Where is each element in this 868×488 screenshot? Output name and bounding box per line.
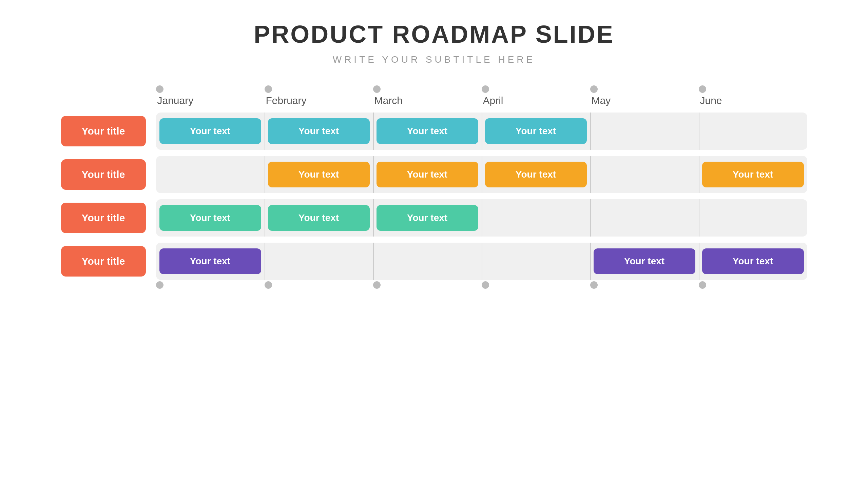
bottom-dot-col-april: [482, 281, 590, 289]
month-label-may: May: [590, 95, 611, 106]
vline-2-3: [482, 199, 482, 237]
text-cell-0-3: Your text: [485, 118, 587, 144]
text-cell-0-0: Your text: [159, 118, 261, 144]
main-title: PRODUCT ROADMAP SLIDE: [254, 20, 614, 48]
band-cell-0-2: Your text: [373, 113, 482, 150]
month-dot-may: [590, 85, 598, 93]
band-cell-2-1: Your text: [265, 199, 373, 237]
subtitle: WRITE YOUR SUBTITLE HERE: [254, 54, 614, 65]
text-cell-1-5: Your text: [702, 162, 804, 187]
band-cell-0-4: [590, 113, 699, 150]
month-label-april: April: [482, 95, 503, 106]
month-dot-january: [156, 85, 163, 93]
month-dot-june: [699, 85, 706, 93]
month-label-january: January: [156, 95, 194, 106]
bottom-dot-col-february: [265, 281, 373, 289]
band-cell-3-5: Your text: [699, 243, 807, 280]
band-cell-3-4: Your text: [590, 243, 699, 280]
band-cell-2-3: [482, 199, 590, 237]
bottom-dot-col-january: [156, 281, 265, 289]
bottom-dot-col-june: [699, 281, 807, 289]
row-band-0: Your textYour textYour textYour text: [156, 113, 807, 150]
band-cell-0-0: Your text: [156, 113, 265, 150]
vline-0-4: [590, 113, 591, 150]
text-cell-1-1: Your text: [268, 162, 370, 187]
row-label-1: Your title: [61, 159, 146, 190]
vline-1-2: [373, 156, 374, 193]
bottom-dot-may: [590, 281, 598, 289]
bottom-dot-col-may: [590, 281, 699, 289]
text-cell-0-1: Your text: [268, 118, 370, 144]
bottom-dot-june: [699, 281, 706, 289]
bottom-dots-row: [156, 281, 807, 289]
month-label-march: March: [373, 95, 403, 106]
band-cell-3-1: [265, 243, 373, 280]
vline-2-4: [590, 199, 591, 237]
vline-2-2: [373, 199, 374, 237]
month-col-april: April: [482, 85, 590, 106]
vline-3-2: [373, 243, 374, 280]
vline-2-5: [699, 199, 699, 237]
timeline-row-1: Your titleYour textYour textYour textYou…: [61, 156, 807, 193]
band-cell-1-3: Your text: [482, 156, 590, 193]
text-cell-1-2: Your text: [377, 162, 478, 187]
vline-3-5: [699, 243, 699, 280]
vline-3-3: [482, 243, 482, 280]
bottom-dot-february: [265, 281, 272, 289]
month-col-march: March: [373, 85, 482, 106]
band-cell-1-5: Your text: [699, 156, 807, 193]
vline-3-4: [590, 243, 591, 280]
vline-1-4: [590, 156, 591, 193]
vline-2-1: [265, 199, 265, 237]
month-label-february: February: [265, 95, 307, 106]
month-col-february: February: [265, 85, 373, 106]
bottom-dot-march: [373, 281, 381, 289]
text-cell-3-4: Your text: [594, 248, 695, 274]
band-cell-2-4: [590, 199, 699, 237]
band-cell-0-1: Your text: [265, 113, 373, 150]
month-dot-april: [482, 85, 489, 93]
month-label-june: June: [699, 95, 722, 106]
text-cell-2-2: Your text: [377, 205, 478, 231]
vline-1-5: [699, 156, 699, 193]
band-cell-2-0: Your text: [156, 199, 265, 237]
text-cell-2-0: Your text: [159, 205, 261, 231]
band-cell-0-3: Your text: [482, 113, 590, 150]
timeline-row-3: Your titleYour textYour textYour text: [61, 243, 807, 280]
row-label-3: Your title: [61, 246, 146, 277]
text-cell-3-0: Your text: [159, 248, 261, 274]
band-cell-2-2: Your text: [373, 199, 482, 237]
page-header: PRODUCT ROADMAP SLIDE WRITE YOUR SUBTITL…: [254, 20, 614, 65]
band-cell-1-4: [590, 156, 699, 193]
band-cell-3-3: [482, 243, 590, 280]
vline-0-1: [265, 113, 265, 150]
text-cell-1-3: Your text: [485, 162, 587, 187]
band-cell-1-2: Your text: [373, 156, 482, 193]
month-header-row: JanuaryFebruaryMarchAprilMayJune: [156, 85, 807, 106]
vline-0-5: [699, 113, 699, 150]
band-cell-2-5: [699, 199, 807, 237]
row-label-0: Your title: [61, 116, 146, 146]
month-col-may: May: [590, 85, 699, 106]
bottom-dot-col-march: [373, 281, 482, 289]
timeline-row-2: Your titleYour textYour textYour text: [61, 199, 807, 237]
roadmap-container: JanuaryFebruaryMarchAprilMayJune Your ti…: [61, 85, 807, 289]
band-cell-3-2: [373, 243, 482, 280]
row-band-2: Your textYour textYour text: [156, 199, 807, 237]
month-col-june: June: [699, 85, 807, 106]
band-cell-3-0: Your text: [156, 243, 265, 280]
vline-1-1: [265, 156, 265, 193]
text-cell-3-5: Your text: [702, 248, 804, 274]
vline-1-3: [482, 156, 482, 193]
band-cell-1-0: [156, 156, 265, 193]
month-dot-march: [373, 85, 381, 93]
band-cell-0-5: [699, 113, 807, 150]
row-label-2: Your title: [61, 203, 146, 233]
vline-0-2: [373, 113, 374, 150]
timeline-row-0: Your titleYour textYour textYour textYou…: [61, 113, 807, 150]
row-band-3: Your textYour textYour text: [156, 243, 807, 280]
band-cell-1-1: Your text: [265, 156, 373, 193]
row-band-1: Your textYour textYour textYour text: [156, 156, 807, 193]
month-dot-february: [265, 85, 272, 93]
text-cell-2-1: Your text: [268, 205, 370, 231]
